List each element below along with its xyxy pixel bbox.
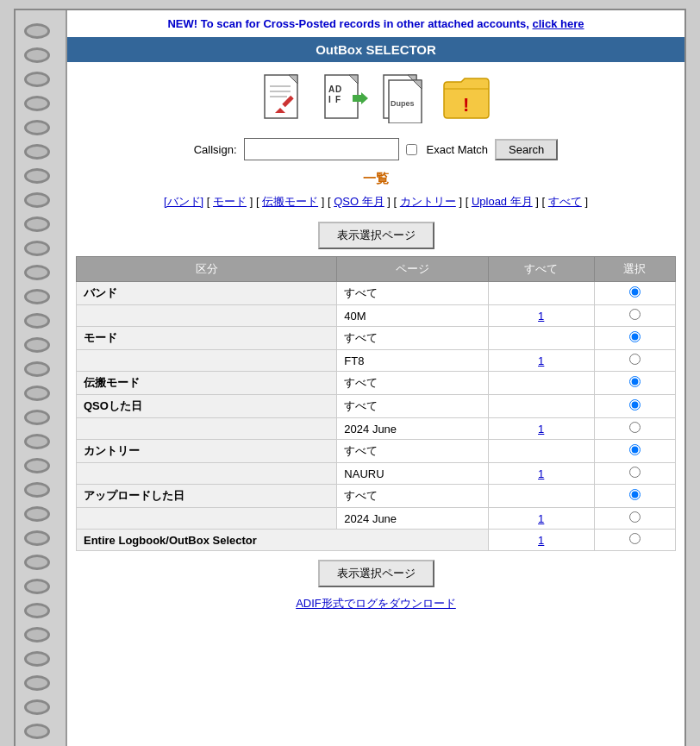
all-cell — [488, 327, 594, 350]
all-cell[interactable]: 1 — [488, 305, 594, 327]
svg-text:D: D — [335, 85, 341, 94]
entire-logbook-cell: Entire Logbook/OutBox Selector — [77, 530, 489, 551]
page-cell: すべて — [337, 327, 488, 350]
page-cell: すべて — [337, 485, 488, 508]
banner-link[interactable]: click here — [533, 17, 584, 30]
category-cell — [77, 508, 337, 530]
filter-link-band[interactable]: [バンド] — [164, 195, 203, 208]
display-select-btn-top[interactable]: 表示選択ページ — [318, 222, 434, 249]
all-cell[interactable]: 1 — [488, 463, 594, 485]
category-cell: QSOした日 — [77, 395, 337, 418]
col-header-all: すべて — [488, 257, 594, 282]
filter-link-country[interactable]: カントリー — [400, 195, 456, 208]
page-cell: 2024 June — [337, 508, 488, 530]
category-cell: 伝搬モード — [77, 372, 337, 395]
main-table: 区分 ページ すべて 選択 バンド すべて 40M 1 — [76, 256, 676, 551]
exact-match-label: Exact Match — [427, 143, 489, 156]
table-row: 40M 1 — [77, 305, 676, 327]
category-cell — [77, 418, 337, 440]
filter-link-all[interactable]: すべて — [548, 195, 582, 208]
search-button[interactable]: Search — [495, 139, 558, 160]
table-row: NAURU 1 — [77, 463, 676, 485]
table-row: 2024 June 1 — [77, 418, 676, 440]
all-cell — [488, 372, 594, 395]
table-row: モード すべて — [77, 327, 676, 350]
download-link[interactable]: ADIF形式でログをダウンロード — [67, 592, 684, 622]
ichiran-title: 一覧 — [67, 164, 684, 191]
sel-cell[interactable] — [594, 372, 675, 395]
sel-cell[interactable] — [594, 350, 675, 372]
sel-cell[interactable] — [594, 282, 675, 305]
filter-links: [バンド] [ モード ] [ 伝搬モード ] [ QSO 年月 ] [ カント… — [67, 191, 684, 216]
sel-cell[interactable] — [594, 305, 675, 327]
sel-cell[interactable] — [594, 440, 675, 463]
svg-text:I: I — [328, 95, 331, 104]
svg-text:Dupes: Dupes — [391, 99, 415, 108]
filter-link-qso-year[interactable]: QSO 年月 — [334, 195, 384, 208]
display-btn-bottom-row: 表示選択ページ — [67, 560, 684, 587]
page-cell: すべて — [337, 372, 488, 395]
display-select-btn-bottom[interactable]: 表示選択ページ — [318, 560, 434, 587]
filter-link-propagation[interactable]: 伝搬モード — [262, 195, 318, 208]
exact-match-checkbox[interactable] — [406, 144, 417, 155]
table-row: アップロードした日 すべて — [77, 485, 676, 508]
category-cell — [77, 350, 337, 372]
table-row: 2024 June 1 — [77, 508, 676, 530]
page-cell: 2024 June — [337, 418, 488, 440]
banner-text: NEW! To scan for Cross-Posted records in… — [167, 17, 528, 30]
sel-cell[interactable] — [594, 508, 675, 530]
col-header-select: 選択 — [594, 257, 675, 282]
category-cell — [77, 305, 337, 327]
svg-text:F: F — [335, 95, 341, 104]
callsign-label: Callsign: — [194, 143, 237, 156]
adif-icon[interactable]: A D I F — [320, 72, 372, 124]
page-cell: すべて — [337, 395, 488, 418]
all-cell[interactable]: 1 — [488, 350, 594, 372]
search-row: Callsign: Exact Match Search — [67, 131, 684, 164]
all-cell — [488, 440, 594, 463]
banner: NEW! To scan for Cross-Posted records in… — [67, 10, 684, 37]
all-cell — [488, 282, 594, 305]
sel-cell[interactable] — [594, 463, 675, 485]
all-cell — [488, 395, 594, 418]
edit-icon[interactable] — [259, 72, 311, 124]
icon-row: A D I F Dupes — [67, 62, 684, 131]
table-row: QSOした日 すべて — [77, 395, 676, 418]
page-cell: FT8 — [337, 350, 488, 372]
col-header-page: ページ — [337, 257, 488, 282]
page-cell: 40M — [337, 305, 488, 327]
all-cell[interactable]: 1 — [488, 530, 594, 551]
svg-text:!: ! — [463, 94, 469, 116]
sel-cell[interactable] — [594, 395, 675, 418]
sel-cell[interactable] — [594, 327, 675, 350]
all-cell[interactable]: 1 — [488, 508, 594, 530]
filter-link-mode[interactable]: モード — [213, 195, 247, 208]
sel-cell[interactable] — [594, 485, 675, 508]
table-row: Entire Logbook/OutBox Selector 1 — [77, 530, 676, 551]
display-btn-top-row: 表示選択ページ — [67, 222, 684, 249]
page-cell: NAURU — [337, 463, 488, 485]
all-cell[interactable]: 1 — [488, 418, 594, 440]
table-row: 伝搬モード すべて — [77, 372, 676, 395]
all-cell — [488, 485, 594, 508]
page-cell: すべて — [337, 282, 488, 305]
dupes-icon[interactable]: Dupes — [380, 72, 432, 124]
category-cell — [77, 463, 337, 485]
category-cell: バンド — [77, 282, 337, 305]
sel-cell[interactable] — [594, 530, 675, 551]
sel-cell[interactable] — [594, 418, 675, 440]
callsign-input[interactable] — [244, 138, 399, 160]
category-cell: モード — [77, 327, 337, 350]
page-title: OutBox SELECTOR — [67, 37, 684, 62]
table-row: カントリー すべて — [77, 440, 676, 463]
category-cell: アップロードした日 — [77, 485, 337, 508]
table-row: FT8 1 — [77, 350, 676, 372]
table-row: バンド すべて — [77, 282, 676, 305]
col-header-category: 区分 — [77, 257, 337, 282]
svg-text:A: A — [328, 85, 334, 94]
warning-folder-icon[interactable]: ! — [441, 72, 492, 124]
page-cell: すべて — [337, 440, 488, 463]
filter-link-upload-year[interactable]: Upload 年月 — [472, 195, 533, 208]
category-cell: カントリー — [77, 440, 337, 463]
